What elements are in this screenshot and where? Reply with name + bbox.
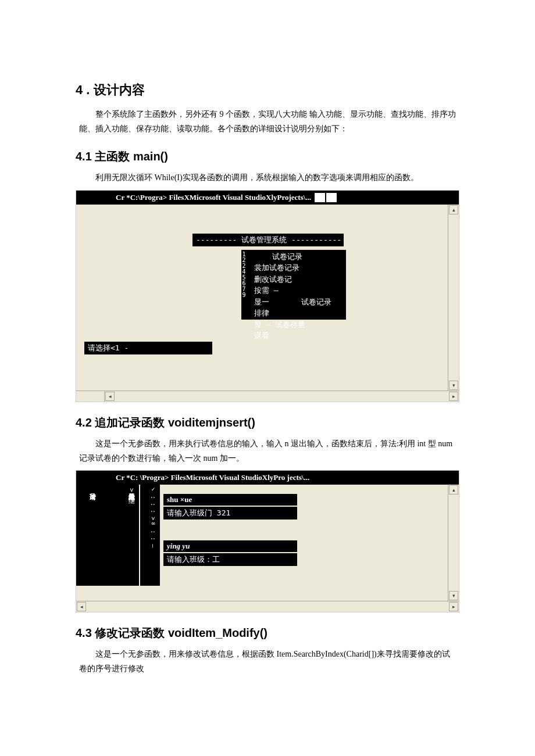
console-1-hscroll[interactable]: ◂ ▸ (76, 390, 459, 402)
scroll-left-icon[interactable]: ◂ (77, 602, 86, 611)
console-1-choose: 请选择<1 - (84, 342, 212, 354)
scroll-down-icon[interactable]: ▾ (449, 381, 458, 390)
section-4-title: 4 . 设计内容 (76, 81, 459, 99)
console-window-2: Cr *C: \Progra> FilesMicrosoft Visual St… (76, 470, 459, 612)
scroll-right-icon[interactable]: ▸ (449, 602, 458, 611)
console-2-mid-col: 入考考入入题续入入考考继入入题续入入>继 (99, 485, 139, 586)
console-2-body: 请请请是请请请是 入考考入入题续入入考考继入入题续入入>继 ✓ : : : >∞… (76, 485, 448, 601)
console-2-line-4: 请输入班级：工 (163, 553, 297, 566)
scroll-down-icon[interactable]: ▾ (449, 591, 458, 600)
scroll-left-icon[interactable]: ◂ (105, 392, 115, 401)
console-2-titlebar: Cr *C: \Progra> FilesMicrosoft Visual St… (76, 471, 459, 485)
section-4-2-para: 这是一个无参函数，用来执行试卷信息的输入，输入 n 退出输入，函数结束后，算法:… (76, 436, 459, 465)
console-2-hscroll[interactable]: ◂ ▸ (76, 601, 459, 612)
scroll-right-icon[interactable]: ▸ (449, 392, 458, 401)
console-1-titlebar: Cr *C:\Progra> FilesXMicrosoft Visual St… (76, 191, 459, 205)
section-4-1-para: 利用无限次循环 While(I)实现各函数的调用，系统根据输入的数字选项来调用相… (76, 170, 459, 185)
console-window-1: Cr *C:\Progra> FilesXMicrosoft Visual St… (76, 190, 459, 402)
console-2-title-text: Cr *C: \Progra> FilesMicrosoft Visual St… (116, 473, 309, 482)
section-4-3-para: 这是一个无参函数，用来修改试卷信息，根据函数 Item.SearchByInde… (76, 647, 459, 676)
console-1-numbers-col: 12245679 (241, 250, 251, 320)
console-2-line-1: shu ×ue (163, 494, 297, 506)
console-2-vscroll[interactable]: ▴ ▾ (448, 485, 459, 601)
console-2-left-col: 请请请是请请请是 (76, 485, 99, 586)
console-1-menu-header: --------- 试卷管理系统 ----------- (192, 234, 344, 246)
window-max-icon[interactable] (326, 193, 337, 202)
scroll-up-icon[interactable]: ▴ (449, 485, 458, 495)
console-1-vscroll[interactable]: ▴ ▾ (448, 205, 459, 390)
console-1-title-text: Cr *C:\Progra> FilesXMicrosoft Visual St… (116, 193, 311, 202)
window-min-icon[interactable] (315, 193, 325, 202)
section-4-1-title: 4.1 主函数 main() (76, 149, 459, 164)
scroll-up-icon[interactable]: ▴ (449, 205, 458, 214)
section-4-2-title: 4.2 追加记录函数 voiditemjnsert() (76, 415, 459, 431)
console-2-line-3: ying yu (163, 540, 297, 552)
section-4-intro: 整个系统除了主函数外，另外还有 9 个函数，实现八大功能 输入功能、显示功能、查… (76, 107, 459, 136)
console-1-menu-lines: 试卷记录 裳加试卷记录 删改试卷记 按需 — 显一 试卷记录 排律 显 — 试卷… (251, 250, 346, 320)
console-1-body: --------- 试卷管理系统 ----------- 12245679 试卷… (76, 205, 448, 390)
console-2-line-2: 请输入班级门 321 (163, 507, 297, 519)
section-4-3-title: 4.3 修改记录函数 voidItem_Modify() (76, 625, 459, 641)
console-2-mid2-col: ✓ : : : >∞ : : — (140, 485, 160, 586)
